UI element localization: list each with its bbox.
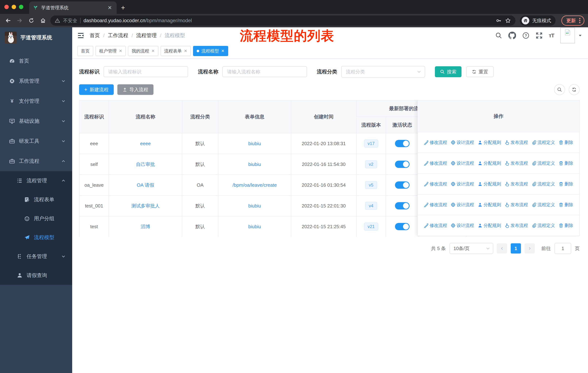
sidebar-item-infra[interactable]: 基础设施 [0, 111, 72, 131]
active-status-toggle[interactable] [395, 140, 410, 147]
breadcrumb-process-mgmt[interactable]: 流程管理 [136, 32, 157, 39]
sidebar-item-leave-query[interactable]: 请假查询 [0, 266, 72, 285]
tag-close-icon[interactable]: ✕ [221, 49, 224, 53]
new-tab-button[interactable]: + [117, 4, 130, 14]
user-avatar[interactable] [560, 28, 575, 43]
action-publish-link[interactable]: 发布流程 [505, 222, 528, 228]
tag-process-model[interactable]: 流程模型✕ [193, 46, 228, 56]
forward-icon[interactable] [15, 18, 24, 24]
sidebar-item-process-model[interactable]: 流程模型 [0, 228, 72, 247]
sidebar-item-process-form[interactable]: 流程表单 [0, 190, 72, 209]
action-publish-link[interactable]: 发布流程 [505, 160, 528, 166]
action-definition-link[interactable]: 流程定义 [532, 140, 555, 145]
action-assign-rule-link[interactable]: 分配规则 [478, 181, 501, 187]
create-process-button[interactable]: + 新建流程 [79, 84, 114, 95]
page-size-select[interactable]: 10条/页 [450, 243, 493, 254]
filter-category-select[interactable]: 流程分类 [341, 66, 425, 78]
action-publish-link[interactable]: 发布流程 [505, 181, 528, 187]
action-delete-link[interactable]: 删除 [559, 222, 573, 228]
tag-close-icon[interactable]: ✕ [184, 49, 187, 53]
app-logo[interactable]: 芋道管理系统 [0, 27, 72, 47]
action-definition-link[interactable]: 流程定义 [532, 202, 555, 208]
sidebar-item-workflow[interactable]: 工作流程 [0, 151, 72, 171]
action-delete-link[interactable]: 删除 [559, 181, 573, 187]
action-delete-link[interactable]: 删除 [559, 160, 573, 166]
bookmark-star-icon[interactable] [505, 18, 511, 24]
tag-process-form[interactable]: 流程表单✕ [161, 46, 191, 56]
goto-page-input[interactable] [555, 243, 571, 254]
minimize-window-button[interactable] [12, 5, 16, 9]
action-assign-rule-link[interactable]: 分配规则 [478, 202, 501, 208]
key-icon[interactable] [496, 18, 502, 24]
github-icon[interactable] [508, 32, 516, 39]
sidebar-item-user-group[interactable]: 用户分组 [0, 209, 72, 228]
action-definition-link[interactable]: 流程定义 [532, 222, 555, 228]
tag-tenant[interactable]: 租户管理✕ [95, 46, 126, 56]
refresh-table-button[interactable] [569, 84, 580, 95]
show-search-toggle-button[interactable] [554, 84, 565, 95]
action-assign-rule-link[interactable]: 分配规则 [478, 222, 501, 228]
process-name-link[interactable]: 自己审批 [136, 161, 155, 167]
breadcrumb-home[interactable]: 首页 [90, 32, 100, 39]
action-edit-link[interactable]: 修改流程 [424, 181, 447, 187]
import-process-button[interactable]: 导入流程 [117, 84, 153, 95]
sidebar-item-system[interactable]: 系统管理 [0, 71, 72, 91]
process-name-link[interactable]: eeee [140, 141, 151, 146]
page-number-1[interactable]: 1 [511, 243, 521, 253]
next-page-button[interactable] [525, 243, 535, 253]
sidebar-item-task-mgmt[interactable]: 任务管理 [0, 247, 72, 266]
action-design-link[interactable]: 设计流程 [451, 181, 474, 187]
font-size-icon[interactable]: ᴛT [549, 32, 554, 39]
form-info-link[interactable]: /bpm/oa/leave/create [232, 182, 277, 188]
action-delete-link[interactable]: 删除 [559, 202, 573, 208]
active-status-toggle[interactable] [395, 223, 410, 230]
tag-home[interactable]: 首页 [77, 46, 93, 56]
avatar-caret-down-icon[interactable] [578, 33, 582, 38]
collapse-sidebar-icon[interactable] [77, 32, 84, 39]
process-name-link[interactable]: 测试多审批人 [131, 203, 160, 209]
help-icon[interactable]: ? [522, 32, 529, 39]
action-edit-link[interactable]: 修改流程 [424, 222, 447, 228]
action-delete-link[interactable]: 删除 [559, 140, 573, 145]
browser-update-button[interactable]: 更新 [561, 15, 584, 26]
action-design-link[interactable]: 设计流程 [451, 222, 474, 228]
omnibox[interactable]: 不安全 dashboard.yudao.iocoder.cn/bpm/manag… [50, 15, 515, 26]
reload-icon[interactable] [27, 18, 36, 23]
action-edit-link[interactable]: 修改流程 [424, 140, 447, 145]
action-publish-link[interactable]: 发布流程 [505, 202, 528, 208]
sidebar-item-devtools[interactable]: 研发工具 [0, 131, 72, 151]
active-status-toggle[interactable] [395, 202, 410, 210]
reset-button[interactable]: 重置 [466, 66, 494, 77]
active-status-toggle[interactable] [395, 181, 410, 189]
browser-tab[interactable]: 芋道管理系统 ✕ [29, 1, 117, 14]
form-info-link[interactable]: biubiu [248, 224, 261, 229]
tag-my-process[interactable]: 我的流程✕ [128, 46, 158, 56]
action-design-link[interactable]: 设计流程 [451, 160, 474, 166]
form-info-link[interactable]: biubiu [248, 203, 261, 209]
home-icon[interactable] [39, 18, 47, 23]
sidebar-item-process-mgmt[interactable]: 流程管理 [0, 171, 72, 190]
action-edit-link[interactable]: 修改流程 [424, 202, 447, 208]
form-info-link[interactable]: biubiu [248, 161, 261, 167]
header-search-icon[interactable] [495, 32, 502, 39]
process-name-link[interactable]: 滔博 [141, 224, 150, 229]
prev-page-button[interactable] [497, 243, 507, 253]
zoom-window-button[interactable] [19, 5, 23, 9]
tab-close-icon[interactable]: ✕ [107, 5, 113, 11]
sidebar-item-payment[interactable]: ¥支付管理 [0, 91, 72, 111]
filter-name-input[interactable] [222, 66, 307, 77]
fullscreen-icon[interactable] [536, 32, 543, 39]
process-name-link[interactable]: OA 请假 [137, 182, 154, 188]
tag-close-icon[interactable]: ✕ [119, 49, 122, 53]
window-controls[interactable] [0, 0, 29, 14]
active-status-toggle[interactable] [395, 161, 410, 168]
search-button[interactable]: 搜索 [435, 66, 462, 77]
breadcrumb-workflow[interactable]: 工作流程 [108, 32, 128, 39]
action-definition-link[interactable]: 流程定义 [532, 160, 555, 166]
action-assign-rule-link[interactable]: 分配规则 [478, 160, 501, 166]
filter-id-input[interactable] [104, 66, 188, 77]
action-design-link[interactable]: 设计流程 [451, 202, 474, 208]
kebab-menu-icon[interactable] [579, 18, 580, 23]
back-icon[interactable] [4, 18, 12, 24]
action-definition-link[interactable]: 流程定义 [532, 181, 555, 187]
